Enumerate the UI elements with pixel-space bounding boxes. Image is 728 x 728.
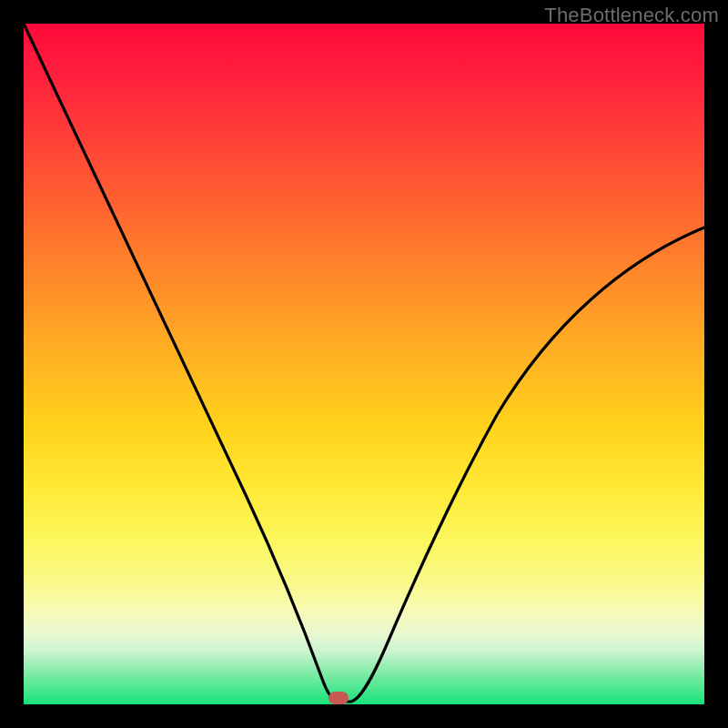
- optimal-point-marker: [329, 692, 349, 704]
- chart-plot-area: [24, 24, 704, 704]
- curve-path: [24, 24, 704, 702]
- bottleneck-curve: [24, 24, 704, 704]
